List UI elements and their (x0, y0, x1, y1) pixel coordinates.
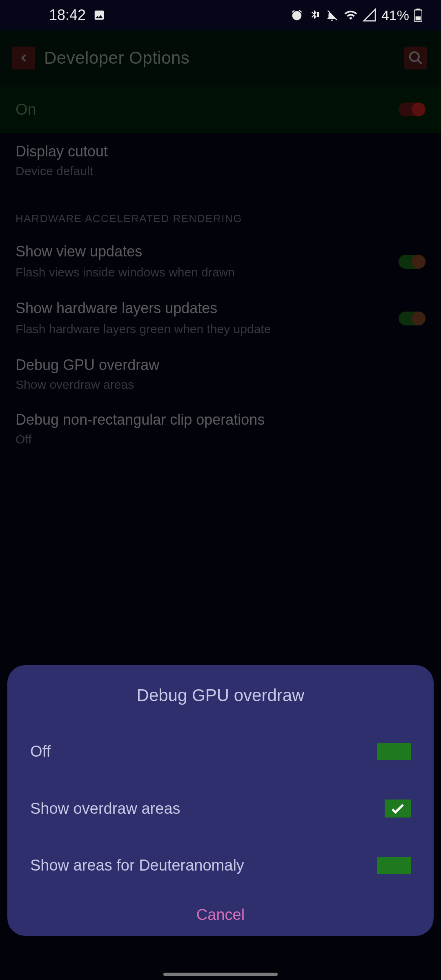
dialog-title: Debug GPU overdraw (7, 686, 434, 705)
option-label: Off (30, 743, 51, 760)
debug-gpu-overdraw-dialog: Debug GPU overdraw Off Show overdraw are… (7, 665, 434, 936)
dialog-option-show-overdraw[interactable]: Show overdraw areas (7, 780, 434, 837)
check-icon (389, 800, 407, 817)
option-checkbox (377, 857, 411, 874)
option-checkbox (377, 743, 411, 760)
option-label: Show areas for Deuteranomaly (30, 857, 244, 874)
cancel-button[interactable]: Cancel (196, 906, 245, 924)
option-label: Show overdraw areas (30, 800, 180, 817)
dialog-option-deuteranomaly[interactable]: Show areas for Deuteranomaly (7, 837, 434, 894)
option-checkbox-checked (385, 800, 411, 817)
dialog-option-off[interactable]: Off (7, 723, 434, 780)
nav-handle[interactable] (163, 973, 278, 976)
dialog-scrim[interactable]: Debug GPU overdraw Off Show overdraw are… (0, 0, 441, 980)
